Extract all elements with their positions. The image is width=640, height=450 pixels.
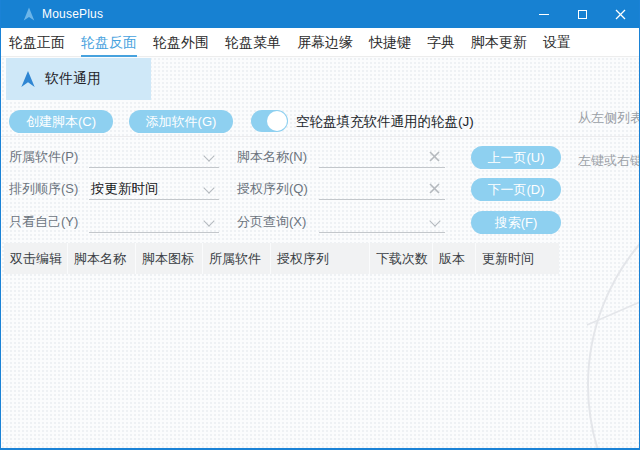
tab-hotkeys[interactable]: 快捷键 [369,28,411,57]
app-window: MousePlus 轮盘正面 轮盘反面 轮盘外围 轮盘菜单 屏幕边缘 快捷键 字… [0,0,640,450]
chevron-down-icon [429,215,440,226]
section-tab-software-general[interactable]: 软件通用 [6,58,151,100]
owner-software-select[interactable] [89,146,219,168]
tab-wheel-menu[interactable]: 轮盘菜单 [225,28,281,57]
col-script-icon[interactable]: 脚本图标 [136,243,203,274]
window-title: MousePlus [42,7,103,21]
col-download-count[interactable]: 下载次数 [370,243,433,274]
tab-screen-edge[interactable]: 屏幕边缘 [297,28,353,57]
tab-wheel-front[interactable]: 轮盘正面 [9,28,65,57]
sort-order-value: 按更新时间 [91,181,159,196]
owner-software-label: 所属软件(P) [9,146,78,168]
sort-order-select[interactable]: 按更新时间 [89,178,219,200]
tab-wheel-back[interactable]: 轮盘反面 [81,28,137,57]
tab-dictionary[interactable]: 字典 [427,28,455,57]
chevron-down-icon [203,182,214,193]
col-update-time[interactable]: 更新时间 [476,243,559,274]
prev-page-button[interactable]: 上一页(U) [471,146,561,169]
fill-empty-wheel-toggle-label: 空轮盘填充软件通用的轮盘(J) [296,113,474,131]
side-note-1: 从左侧列表 [578,109,640,127]
chevron-down-icon [203,150,214,161]
script-name-label: 脚本名称(N) [237,146,307,168]
app-logo-icon [22,7,36,21]
titlebar: MousePlus [1,0,639,28]
main-content: 软件通用 创建脚本(C) 添加软件(G) 空轮盘填充软件通用的轮盘(J) 从左侧… [1,57,639,448]
maximize-icon [578,10,587,19]
create-script-button[interactable]: 创建脚本(C) [9,110,113,133]
col-auth-serial[interactable]: 授权序列 [271,243,370,274]
cursor-arrow-icon [20,70,36,88]
col-owner-software[interactable]: 所属软件 [203,243,271,274]
page-query-label: 分页查询(X) [237,211,306,233]
tab-script-update[interactable]: 脚本更新 [471,28,527,57]
clear-icon[interactable] [428,150,441,163]
col-double-click-edit[interactable]: 双击编辑 [4,243,68,274]
minimize-button[interactable] [525,0,563,28]
add-software-button[interactable]: 添加软件(G) [129,110,233,133]
fill-empty-wheel-toggle[interactable] [251,110,288,132]
auth-serial-input[interactable] [319,178,445,200]
maximize-button[interactable] [563,0,601,28]
chevron-down-icon [203,215,214,226]
script-table-header: 双击编辑 脚本名称 脚本图标 所属软件 授权序列 下载次数 版本 更新时间 [4,243,559,274]
auth-serial-label: 授权序列(Q) [237,178,308,200]
only-mine-label: 只看自己(Y) [9,211,78,233]
only-mine-select[interactable] [89,211,219,233]
script-name-input[interactable] [319,146,445,168]
search-button[interactable]: 搜索(F) [471,211,561,234]
col-version[interactable]: 版本 [433,243,476,274]
close-button[interactable] [601,0,639,28]
minimize-icon [539,14,549,15]
sort-order-label: 排列顺序(S) [9,178,78,200]
section-tab-label: 软件通用 [45,70,101,88]
tab-wheel-outer[interactable]: 轮盘外围 [153,28,209,57]
col-script-name[interactable]: 脚本名称 [68,243,136,274]
clear-icon[interactable] [428,182,441,195]
close-icon [615,9,626,20]
next-page-button[interactable]: 下一页(D) [471,178,561,201]
side-note-2: 左键或右键 [578,152,640,170]
tab-settings[interactable]: 设置 [543,28,571,57]
toggle-knob [267,111,287,131]
main-tabbar: 轮盘正面 轮盘反面 轮盘外围 轮盘菜单 屏幕边缘 快捷键 字典 脚本更新 设置 [1,28,639,57]
page-query-select[interactable] [319,211,445,233]
window-controls [525,0,639,28]
toolbar-divider [1,136,639,137]
